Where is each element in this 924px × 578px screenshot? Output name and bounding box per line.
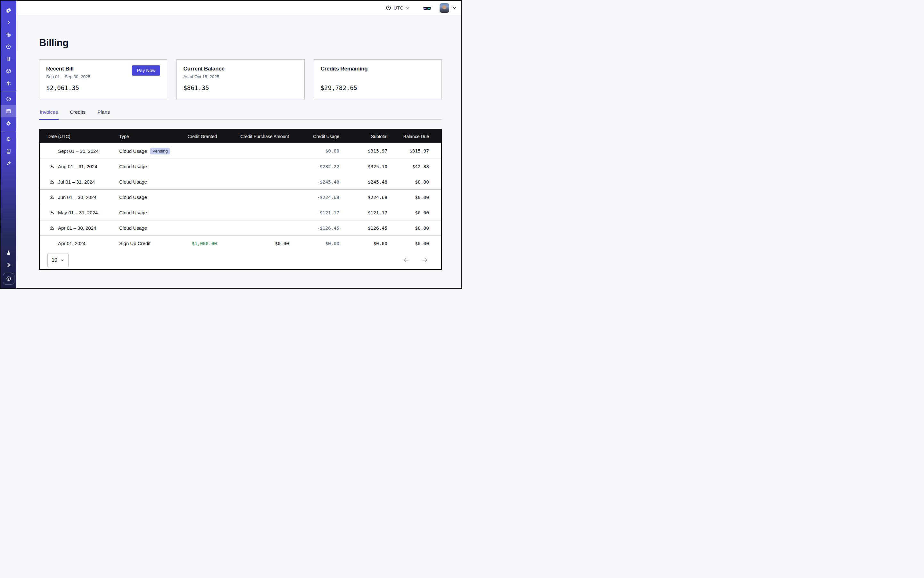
table-row: Apr 01 – 30, 2024 Cloud Usage -$126.45 $…	[40, 220, 441, 235]
download-invoice-icon[interactable]	[49, 179, 54, 185]
column-header: Credit Purchase Amount	[217, 134, 289, 139]
flask-icon	[6, 250, 11, 256]
table-row: Aug 01 – 31, 2024 Cloud Usage -$282.22 $…	[40, 159, 441, 174]
invoice-date: Apr 01 – 30, 2024	[58, 225, 96, 231]
credit-usage-value: -$126.45	[289, 226, 339, 231]
current-balance-card: Current Balance As of Oct 15, 2025 $861.…	[176, 59, 304, 99]
table-row: May 01 – 31, 2024 Cloud Usage -$121.17 $…	[40, 205, 441, 220]
invoice-type: Sign Up Credit	[119, 240, 151, 246]
recent-bill-amount: $2,061.35	[46, 84, 160, 91]
download-invoice-icon[interactable]	[49, 164, 54, 169]
gauge-icon	[6, 96, 11, 102]
sidebar-divider	[1, 91, 16, 91]
page-size-select[interactable]: 10	[47, 253, 68, 267]
orbit-logo	[5, 7, 12, 14]
sidebar-item-credits[interactable]: $	[3, 273, 15, 284]
sidebar-item-fleet[interactable]	[1, 133, 16, 145]
timezone-selector[interactable]: UTC	[386, 5, 410, 11]
rocket-icon	[6, 161, 11, 166]
invoice-date: Aug 01 – 31, 2024	[58, 164, 97, 169]
sidebar-item-launch[interactable]	[1, 157, 16, 169]
sidebar-item-layers[interactable]	[1, 53, 16, 65]
sidebar-item-asterisk[interactable]	[1, 77, 16, 89]
glasses-icon	[423, 5, 431, 11]
tab-plans[interactable]: Plans	[97, 109, 110, 120]
svg-text:$: $	[8, 278, 9, 280]
table-row: Jun 01 – 30, 2024 Cloud Usage -$224.68 $…	[40, 189, 441, 205]
column-header: Type	[119, 134, 179, 139]
chevron-right-icon	[6, 20, 11, 25]
subtotal-value: $325.10	[339, 164, 387, 169]
download-invoice-icon[interactable]	[49, 195, 54, 200]
sidebar-divider	[1, 131, 16, 132]
balance-due-value: $315.97	[387, 148, 429, 153]
billing-card-icon	[6, 108, 11, 114]
reader-mode-button[interactable]	[423, 5, 431, 11]
subtotal-value: $315.97	[339, 148, 387, 153]
topbar: UTC	[16, 1, 461, 15]
table-body: Sept 01 – 30, 2024 Cloud Usage Pending $…	[40, 143, 441, 251]
page-size-value: 10	[52, 257, 57, 263]
sidebar-item-settings[interactable]	[1, 117, 16, 130]
table-row: Sept 01 – 30, 2024 Cloud Usage Pending $…	[40, 143, 441, 159]
dollar-badge-icon: $	[5, 276, 12, 282]
asterisk-icon	[6, 80, 11, 86]
pagination-bar: 10	[40, 251, 441, 269]
download-invoice-icon[interactable]	[49, 210, 54, 216]
history-icon	[6, 44, 11, 50]
chevron-down-icon	[406, 6, 410, 10]
sidebar-item-history[interactable]	[1, 41, 16, 53]
helm-icon	[6, 136, 11, 142]
previous-page-button[interactable]	[403, 257, 410, 264]
account-menu-button[interactable]	[452, 5, 457, 10]
invoice-date: Sept 01 – 30, 2024	[58, 148, 99, 154]
status-badge: Pending	[150, 148, 171, 154]
gear-icon	[6, 120, 11, 126]
pay-now-button[interactable]: Pay Now	[132, 65, 160, 76]
credit-usage-value: -$121.17	[289, 210, 339, 215]
tab-invoices[interactable]: Invoices	[39, 109, 58, 120]
sidebar-item-theme[interactable]	[1, 259, 16, 271]
column-header: Subtotal	[339, 134, 387, 139]
table-header-row: Date (UTC)TypeCredit GrantedCredit Purch…	[40, 130, 441, 143]
book-sparkle-icon	[6, 148, 11, 154]
sidebar-item-collapse[interactable]	[1, 16, 16, 29]
page-title: Billing	[39, 37, 442, 49]
subtotal-value: $0.00	[339, 241, 387, 246]
balance-due-value: $0.00	[387, 241, 429, 246]
subtotal-value: $121.17	[339, 210, 387, 215]
credit-usage-value: -$224.68	[289, 195, 339, 200]
balance-due-value: $0.00	[387, 179, 429, 185]
billing-page: Billing Recent Bill Sep 01 – Sep 30, 202…	[39, 15, 442, 270]
invoice-type: Cloud Usage	[119, 164, 147, 169]
arrow-right-icon	[421, 257, 429, 264]
sidebar-item-logo[interactable]	[1, 4, 16, 16]
sidebar-item-observability[interactable]	[1, 29, 16, 41]
balance-due-value: $0.00	[387, 226, 429, 231]
sidebar-item-billing[interactable]	[1, 105, 16, 117]
avatar[interactable]	[440, 3, 449, 13]
sun-icon	[6, 262, 11, 268]
card-sub-spacer	[321, 74, 435, 80]
invoice-type: Cloud Usage	[119, 148, 147, 154]
download-invoice-icon[interactable]	[49, 225, 54, 231]
layers-icon	[6, 56, 11, 62]
sidebar-item-usage-dashboard[interactable]	[1, 93, 16, 105]
recent-bill-card: Recent Bill Sep 01 – Sep 30, 2025 $2,061…	[39, 59, 167, 99]
tabs: InvoicesCreditsPlans	[39, 109, 442, 120]
sidebar-item-docs[interactable]	[1, 145, 16, 157]
table-row: Jul 01 – 31, 2024 Cloud Usage -$245.48 $…	[40, 174, 441, 189]
sidebar: $	[1, 1, 16, 288]
invoice-date: Jul 01 – 31, 2024	[58, 179, 95, 185]
sidebar-item-cube[interactable]	[1, 65, 16, 77]
invoice-date: Jun 01 – 30, 2024	[58, 195, 96, 200]
next-page-button[interactable]	[421, 257, 429, 264]
credit-purchase-value: $0.00	[217, 241, 289, 246]
credit-granted-value: $1,000.00	[179, 241, 217, 246]
pagination-arrows	[403, 257, 429, 264]
sidebar-item-labs[interactable]	[1, 247, 16, 259]
card-title: Credits Remaining	[321, 66, 435, 72]
tab-credits[interactable]: Credits	[69, 109, 86, 120]
credit-usage-value: $0.00	[289, 241, 339, 246]
subtotal-value: $245.48	[339, 179, 387, 185]
